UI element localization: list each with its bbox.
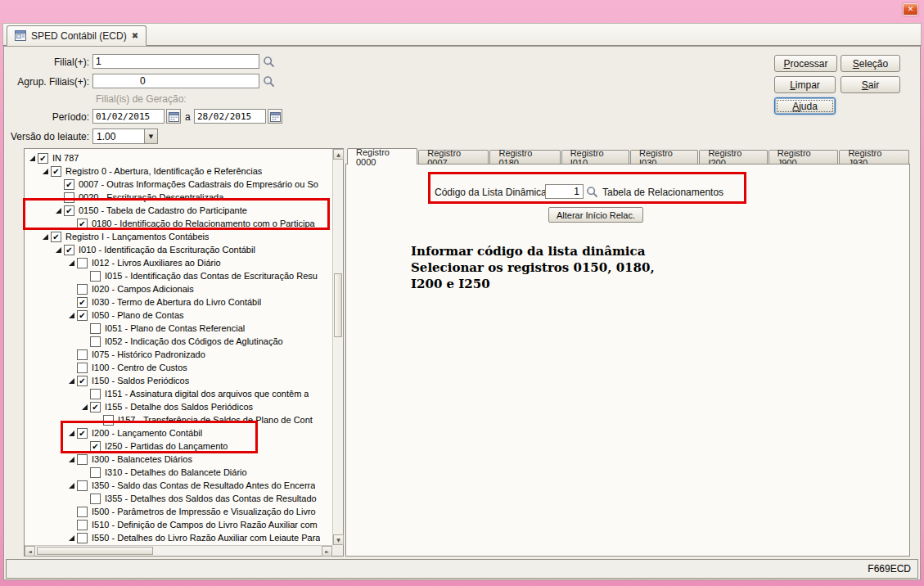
tree-item-i051[interactable]: I051 - Plano de Contas Referencial bbox=[25, 322, 332, 335]
tree-expand-icon[interactable] bbox=[54, 205, 64, 215]
tree-item-i050[interactable]: ✔I050 - Plano de Contas bbox=[25, 309, 332, 322]
tab-registro-i010[interactable]: Registro I010 bbox=[561, 150, 629, 165]
tab-registro-0007[interactable]: Registro 0007 bbox=[418, 150, 489, 165]
tree-checkbox[interactable] bbox=[77, 363, 88, 373]
tree-expand-icon[interactable] bbox=[80, 402, 90, 412]
tree-item-0180[interactable]: ✔0180 - Identificação do Relacionamento … bbox=[25, 217, 332, 230]
tree-horizontal-scrollbar[interactable]: ◄ ► bbox=[25, 545, 332, 556]
tree-checkbox[interactable]: ✔ bbox=[38, 153, 48, 164]
tree-item-0007[interactable]: ✔0007 - Outras Informações Cadastrais do… bbox=[25, 178, 332, 191]
tree-checkbox[interactable]: ✔ bbox=[77, 310, 88, 321]
tree-item-i010[interactable]: ✔I010 - Identificação da Escrituração Co… bbox=[25, 243, 332, 256]
tree-item-i200[interactable]: ✔I200 - Lançamento Contábil bbox=[25, 426, 332, 440]
tree-item-i350[interactable]: I350 - Saldo das Contas de Resultado Ant… bbox=[25, 479, 332, 492]
tree-item-i300[interactable]: I300 - Balancetes Diários bbox=[25, 453, 332, 466]
tree-checkbox[interactable] bbox=[90, 323, 101, 334]
tree-item-0020[interactable]: 0020 - Escrituração Descentralizada bbox=[25, 191, 332, 204]
tree-checkbox[interactable] bbox=[77, 480, 88, 491]
tree-checkbox[interactable]: ✔ bbox=[51, 166, 61, 177]
tree-item-registro[interactable]: ✔Registro I - Lançamentos Contábeis bbox=[25, 230, 332, 243]
tree-expand-icon[interactable] bbox=[41, 166, 51, 176]
vertical-scroll-thumb[interactable] bbox=[334, 273, 342, 337]
tree-expand-icon[interactable] bbox=[41, 232, 51, 241]
tree-checkbox[interactable] bbox=[77, 258, 88, 268]
ajuda-button[interactable]: Ajuda bbox=[774, 97, 836, 115]
horizontal-scroll-thumb[interactable] bbox=[37, 547, 153, 555]
scroll-down-icon[interactable]: ▼ bbox=[333, 534, 344, 545]
tree-checkbox[interactable]: ✔ bbox=[77, 297, 88, 308]
tree-expand-icon[interactable] bbox=[67, 310, 77, 320]
tree-item-0150[interactable]: ✔0150 - Tabela de Cadastro do Participan… bbox=[25, 204, 332, 217]
tree-checkbox[interactable] bbox=[77, 507, 88, 517]
tree-expand-icon[interactable] bbox=[54, 245, 64, 255]
tree-checkbox[interactable] bbox=[64, 192, 74, 203]
calendar-icon[interactable] bbox=[166, 109, 181, 124]
tree-item-i052[interactable]: I052 - Indicação dos Códigos de Aglutina… bbox=[25, 335, 332, 348]
tree-expand-icon[interactable] bbox=[67, 376, 77, 385]
sair-button[interactable]: Sair bbox=[841, 76, 900, 93]
tree-item-i550[interactable]: I550 - Detalhes do Livro Razão Auxiliar … bbox=[25, 531, 332, 544]
tree-item-i155[interactable]: ✔I155 - Detalhe dos Saldos Periódicos bbox=[25, 400, 332, 413]
tree-item-i250[interactable]: ✔I250 - Partidas do Lançamento bbox=[25, 440, 332, 453]
tree-item-i510[interactable]: I510 - Definição de Campos do Livro Razã… bbox=[25, 518, 332, 531]
codigo-lista-dinamica-input[interactable] bbox=[545, 184, 584, 199]
tree-checkbox[interactable]: ✔ bbox=[90, 402, 101, 412]
tree-checkbox[interactable] bbox=[90, 494, 101, 504]
tree-item-in[interactable]: ✔IN 787 bbox=[25, 151, 332, 165]
calendar-icon[interactable] bbox=[268, 109, 282, 124]
tree-expand-icon[interactable] bbox=[67, 428, 77, 438]
tree-item-i020[interactable]: I020 - Campos Adicionais bbox=[25, 282, 332, 295]
tree-checkbox[interactable]: ✔ bbox=[64, 179, 74, 190]
tree-item-i151[interactable]: I151 - Assinatura digital dos arquivos q… bbox=[25, 387, 332, 400]
tab-registro-j900[interactable]: Registro J900 bbox=[768, 150, 839, 165]
tab-registro-0000[interactable]: Registro 0000 bbox=[347, 148, 417, 165]
scroll-right-icon[interactable]: ► bbox=[322, 546, 332, 557]
tree-expand-icon[interactable] bbox=[67, 454, 77, 464]
tree-item-i030[interactable]: ✔I030 - Termo de Abertura do Livro Contá… bbox=[25, 295, 332, 309]
tree-expand-icon[interactable] bbox=[67, 533, 77, 543]
tree-checkbox[interactable] bbox=[90, 336, 101, 347]
tab-registro-i030[interactable]: Registro I030 bbox=[630, 150, 698, 165]
alterar-inicio-relac-button[interactable]: Alterar Início Relac. bbox=[548, 207, 643, 223]
tree-checkbox[interactable]: ✔ bbox=[64, 205, 74, 216]
chevron-down-icon[interactable]: ▼ bbox=[144, 129, 157, 143]
tree-vertical-scrollbar[interactable]: ▲ ▼ bbox=[332, 149, 343, 545]
periodo-to-input[interactable] bbox=[194, 109, 266, 124]
search-icon[interactable] bbox=[263, 56, 275, 68]
tree-checkbox[interactable] bbox=[77, 454, 88, 465]
tab-close-icon[interactable]: ✖ bbox=[132, 31, 138, 40]
tree-item-i012[interactable]: I012 - Livros Auxiliares ao Diário bbox=[25, 256, 332, 269]
tree-checkbox[interactable] bbox=[90, 389, 101, 399]
tree-checkbox[interactable] bbox=[77, 349, 88, 360]
window-close-button[interactable]: ✕ bbox=[903, 3, 918, 16]
tree-item-i015[interactable]: I015 - Identificação das Contas de Escri… bbox=[25, 269, 332, 282]
tree-item-i500[interactable]: I500 - Parâmetros de Impressão e Visuali… bbox=[25, 505, 332, 518]
search-icon[interactable] bbox=[586, 186, 598, 198]
tree-checkbox[interactable]: ✔ bbox=[64, 245, 74, 255]
tree-item-registro[interactable]: ✔Registro 0 - Abertura, Identificação e … bbox=[25, 165, 332, 178]
tree-item-i075[interactable]: I075 - Histórico Padronizado bbox=[25, 348, 332, 361]
limpar-button[interactable]: Limpar bbox=[774, 76, 836, 93]
tree-checkbox[interactable]: ✔ bbox=[77, 376, 88, 386]
processar-button[interactable]: Processar bbox=[774, 55, 837, 72]
tab-registro-0180[interactable]: Registro 0180 bbox=[489, 150, 560, 165]
tree-item-i100[interactable]: I100 - Centro de Custos bbox=[25, 361, 332, 374]
tree-expand-icon[interactable] bbox=[28, 153, 38, 163]
tree-checkbox[interactable]: ✔ bbox=[77, 428, 88, 439]
selecao-button[interactable]: Seleção bbox=[841, 55, 900, 72]
tree-item-i157[interactable]: I157 - Transferência de Saldos de Plano … bbox=[25, 413, 332, 426]
tree-checkbox[interactable] bbox=[77, 533, 88, 543]
tree-checkbox[interactable] bbox=[90, 271, 101, 282]
scroll-left-icon[interactable]: ◄ bbox=[25, 546, 35, 557]
tree-checkbox[interactable]: ✔ bbox=[77, 219, 88, 229]
scroll-up-icon[interactable]: ▲ bbox=[333, 149, 344, 160]
agrup-filiais-input[interactable] bbox=[92, 74, 259, 88]
versao-leiaute-select[interactable]: 1.00 ▼ bbox=[92, 128, 158, 144]
tree-checkbox[interactable] bbox=[77, 284, 88, 295]
tab-sped-contabil-ecd[interactable]: SPED Contábil (ECD) ✖ bbox=[7, 25, 146, 46]
tree-expand-icon[interactable] bbox=[67, 480, 77, 490]
tree-checkbox[interactable] bbox=[77, 520, 88, 530]
tree-item-i150[interactable]: ✔I150 - Saldos Periódicos bbox=[25, 374, 332, 387]
tree-checkbox[interactable]: ✔ bbox=[51, 232, 61, 242]
tree-item-i355[interactable]: I355 - Detalhes dos Saldos das Contas de… bbox=[25, 492, 332, 505]
